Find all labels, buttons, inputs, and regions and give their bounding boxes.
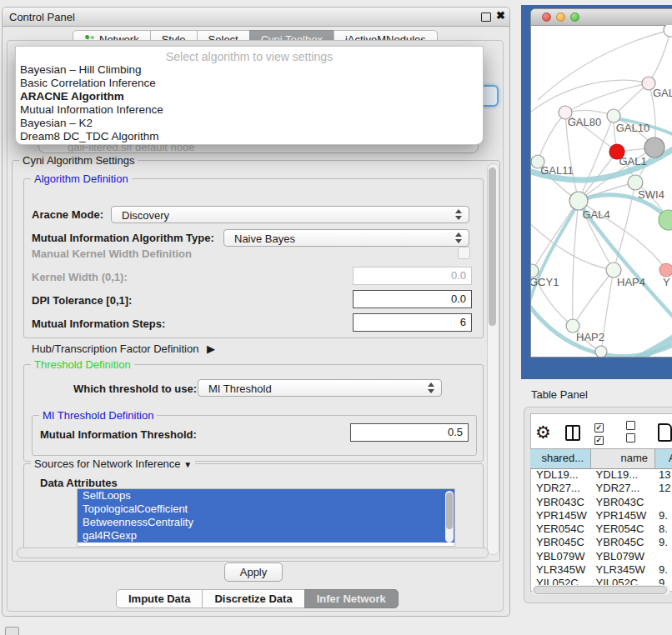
table-cell: YBR043C: [590, 496, 653, 509]
column-header[interactable]: name: [591, 449, 655, 468]
table-horizontal-scrollbar[interactable]: [532, 585, 670, 595]
hub-section-label: Hub/Transcription Factor Definition: [32, 342, 198, 355]
table-row[interactable]: YBR043CYBR043C: [530, 496, 672, 509]
which-threshold-label: Which threshold to use:: [73, 382, 197, 395]
mi-threshold-field[interactable]: 0.5: [350, 423, 469, 442]
algorithm-dropdown-items: Bayesian – Hill ClimbingBasic Correlatio…: [16, 63, 483, 143]
which-threshold-value: MI Threshold: [208, 382, 272, 395]
panel-corner-icon[interactable]: [5, 627, 19, 635]
manual-kernel-width-checkbox[interactable]: [458, 247, 470, 259]
network-canvas[interactable]: GALGAL80GAL10GAL1GAL11SWI4GAL4GCY1HAP4YH…: [531, 25, 672, 357]
network-node[interactable]: [595, 346, 607, 357]
network-edge[interactable]: [573, 270, 614, 326]
table-row[interactable]: YDR27...YDR27...12: [530, 482, 672, 495]
close-icon[interactable]: ✖: [496, 9, 505, 22]
show-columns-icon[interactable]: ✓ ✓: [594, 420, 612, 445]
network-edge[interactable]: [649, 30, 670, 83]
network-edge[interactable]: [538, 112, 565, 162]
collapsed-arrow-icon: ▶: [207, 342, 215, 355]
algorithm-option[interactable]: Bayesian – Hill Climbing: [16, 63, 483, 77]
data-attributes-list[interactable]: SelfLoopsTopologicalCoefficientBetweenne…: [77, 488, 455, 547]
mi-algorithm-type-select[interactable]: Naive Bayes: [223, 229, 469, 247]
table-cell: YBL079W: [530, 550, 590, 563]
attribute-item[interactable]: BetweennessCentrality: [78, 516, 454, 529]
algorithm-option[interactable]: Dream8 DC_TDC Algorithm: [16, 130, 483, 143]
export-table-icon[interactable]: [658, 423, 672, 442]
table-row[interactable]: YDL19...YDL19...13: [530, 468, 672, 482]
algorithm-definition-title: Algorithm Definition: [31, 172, 132, 185]
column-header[interactable]: A: [655, 449, 672, 468]
table-header-row: shared...nameA: [530, 448, 672, 469]
hub-section-header[interactable]: Hub/Transcription Factor Definition ▶: [32, 342, 215, 355]
table-cell: [653, 496, 672, 509]
data-attributes-label: Data Attributes: [40, 477, 118, 489]
table-row[interactable]: YBR045CYBR045C9.: [530, 536, 672, 549]
mi-algorithm-type-value: Naive Bayes: [234, 232, 295, 245]
which-threshold-select[interactable]: MI Threshold: [198, 379, 442, 397]
network-edge-thick[interactable]: [638, 335, 672, 357]
network-node-gal4[interactable]: [569, 192, 588, 210]
network-node[interactable]: [644, 138, 664, 158]
hide-columns-icon[interactable]: [626, 420, 644, 445]
attribute-item[interactable]: gal4RGexp: [78, 529, 454, 542]
algorithm-option[interactable]: Mutual Information Inference: [16, 103, 483, 117]
control-panel-title: Control Panel: [9, 11, 75, 23]
sources-group-title[interactable]: Sources for Network Inference ▼: [31, 458, 195, 470]
node-label: GCY1: [531, 276, 559, 288]
table-cell: 12: [653, 482, 672, 495]
table-row[interactable]: YER054CYER054C8.: [530, 522, 672, 536]
network-edge[interactable]: [573, 201, 579, 326]
table-cell: 13: [653, 468, 672, 482]
network-node-gal10[interactable]: [607, 109, 620, 122]
kernel-width-field[interactable]: 0.0: [353, 267, 472, 285]
column-header[interactable]: shared...: [530, 449, 591, 468]
settings-horizontal-scrollbar[interactable]: [17, 548, 489, 558]
mi-threshold-label: Mutual Information Threshold:: [40, 428, 197, 441]
algorithm-dropdown-placeholder: Select algorithm to view settings: [16, 47, 483, 63]
network-window-titlebar: [531, 9, 672, 26]
mi-steps-field[interactable]: 6: [353, 313, 472, 332]
network-edge[interactable]: [565, 110, 614, 116]
table-cell: YPR145W: [590, 509, 653, 522]
close-traffic-light-icon[interactable]: [542, 12, 551, 22]
dpi-tolerance-field[interactable]: 0.0: [353, 290, 472, 308]
bottom-tab-discretize-data[interactable]: Discretize Data: [202, 589, 304, 608]
attribute-item[interactable]: TopologicalCoefficient: [78, 502, 454, 516]
gear-icon[interactable]: ⚙: [535, 424, 551, 441]
mi-algorithm-type-label: Mutual Information Algorithm Type:: [32, 232, 214, 244]
apply-button[interactable]: Apply: [224, 562, 283, 582]
zoom-traffic-light-icon[interactable]: [570, 12, 579, 22]
control-panel-titlebar: Control Panel ✖: [3, 8, 509, 27]
scrollbar-thumb[interactable]: [446, 492, 453, 529]
table-row[interactable]: YLR345WYLR345W9.: [530, 563, 672, 577]
float-window-icon[interactable]: [481, 12, 491, 22]
aracne-mode-select[interactable]: Discovery: [111, 206, 469, 223]
algorithm-option[interactable]: Bayesian – K2: [16, 117, 483, 130]
algorithm-option[interactable]: ARACNE Algorithm: [16, 90, 483, 103]
table-cell: YDR27...: [590, 482, 653, 495]
network-node[interactable]: [664, 25, 672, 37]
algorithm-option[interactable]: Basic Correlation Inference: [16, 77, 483, 90]
settings-group-title: Cyni Algorithm Settings: [19, 154, 138, 167]
node-label: GAL1: [619, 155, 646, 168]
scrollbar-thumb[interactable]: [489, 168, 496, 326]
list-scrollbar[interactable]: [445, 491, 454, 542]
bottom-tab-infer-network[interactable]: Infer Network: [304, 589, 399, 608]
bottom-tab-impute-data[interactable]: Impute Data: [116, 589, 203, 608]
table-cell: YBR045C: [590, 536, 653, 549]
network-node-y[interactable]: [659, 263, 672, 277]
network-edge[interactable]: [531, 80, 649, 115]
table-row[interactable]: YBL079WYBL079W: [530, 550, 672, 563]
split-columns-icon[interactable]: [565, 425, 580, 441]
settings-vertical-scrollbar[interactable]: [487, 163, 499, 555]
table-cell: YER054C: [530, 522, 590, 536]
attribute-item[interactable]: SelfLoops: [78, 489, 454, 502]
stepper-arrows-icon: [455, 232, 462, 243]
app-root: { "control_panel": { "title": "Control P…: [0, 0, 672, 635]
minimize-traffic-light-icon[interactable]: [556, 12, 565, 22]
manual-kernel-width-label: Manual Kernel Width Definition: [32, 248, 192, 260]
table-cell: YER054C: [590, 522, 653, 536]
scrollbar-thumb[interactable]: [534, 586, 667, 594]
table-row[interactable]: YPR145WYPR145W9.: [530, 509, 672, 522]
table-body: YDL19...YDL19...13YDR27...YDR27...12YBR0…: [530, 468, 672, 590]
